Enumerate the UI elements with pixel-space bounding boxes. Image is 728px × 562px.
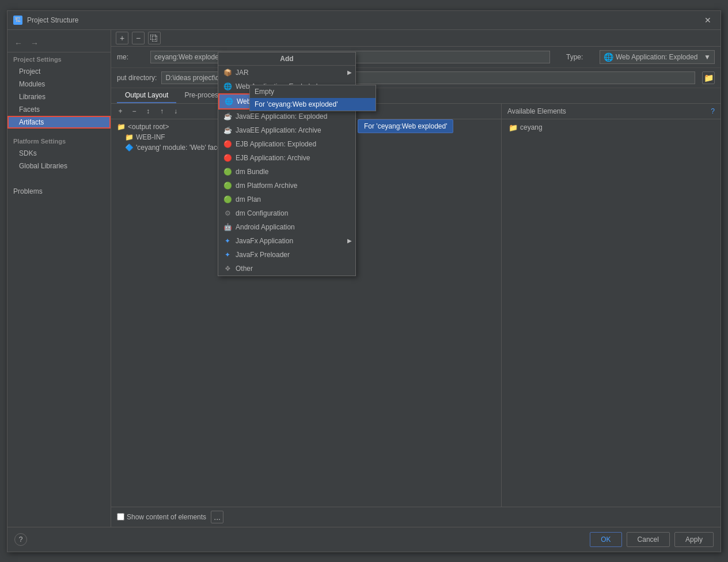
sidebar-item-facets[interactable]: Facets <box>7 103 111 116</box>
show-content-checkbox[interactable] <box>117 513 124 520</box>
menu-item-label: Android Application <box>236 223 295 231</box>
menu-item-javaee-archive[interactable]: ☕ JavaEE Application: Archive <box>218 123 355 137</box>
menu-item-label: JavaEE Application: Exploded <box>236 112 327 120</box>
javafx-icon: ✦ <box>223 236 232 246</box>
available-elements-tree: 📁 ceyang <box>502 119 721 507</box>
menu-item-javafx-app[interactable]: ✦ JavaFx Application ▶ <box>218 234 355 248</box>
folder-icon: 📁 <box>509 123 518 132</box>
help-button[interactable]: ? <box>14 533 27 546</box>
menu-item-android[interactable]: 🤖 Android Application <box>218 220 355 234</box>
menu-item-web-archive[interactable]: 🌐 Web Application: Archive ▶ <box>218 93 355 110</box>
ok-button[interactable]: OK <box>590 532 621 547</box>
menu-item-javafx-preloader[interactable]: ✦ JavaFx Preloader <box>218 248 355 262</box>
menu-item-label: Other <box>236 265 253 273</box>
android-icon: 🤖 <box>223 222 232 232</box>
sidebar-item-sdks[interactable]: SDKs <box>7 147 111 160</box>
panel-up-button[interactable]: ↑ <box>156 105 168 117</box>
project-structure-dialog: 🏗 Project Structure ✕ ← → Project Settin… <box>7 10 721 552</box>
right-panel-header: Available Elements ? <box>502 104 721 119</box>
available-item-label: ceyang <box>520 123 543 131</box>
dm-icon: 🟢 <box>223 181 232 190</box>
available-elements-title: Available Elements <box>507 107 566 115</box>
sidebar-item-project[interactable]: Project <box>7 65 111 78</box>
menu-item-javaee-exploded[interactable]: ☕ JavaEE Application: Exploded <box>218 110 355 123</box>
resource-icon: 🔷 <box>125 144 134 152</box>
available-help-button[interactable]: ? <box>711 107 715 115</box>
browse-output-button[interactable]: 📁 <box>702 71 715 84</box>
panel-add-button[interactable]: + <box>115 105 126 117</box>
menu-item-label: JavaEE Application: Archive <box>236 126 321 134</box>
panel-remove-button[interactable]: − <box>128 105 140 117</box>
config-icon: ⚙ <box>223 209 232 218</box>
available-item-ceyang[interactable]: 📁 ceyang <box>504 122 718 134</box>
folder-icon: 📁 <box>125 133 134 141</box>
folder-icon: 📁 <box>117 123 126 131</box>
tab-output-layout[interactable]: Output Layout <box>117 88 176 103</box>
menu-item-dm-configuration[interactable]: ⚙ dm Configuration <box>218 206 355 220</box>
nav-forward-button[interactable]: → <box>28 37 41 50</box>
web-icon: 🌐 <box>224 97 233 106</box>
add-dropdown: Add 📦 JAR ▶ 🌐 Web Application: Exploded <box>218 52 356 276</box>
other-icon: ❖ <box>223 264 232 273</box>
javaee-icon: ☕ <box>223 126 232 135</box>
menu-item-label: Web Application: Archive <box>237 97 313 105</box>
menu-item-label: JavaFx Application <box>236 237 293 245</box>
cancel-button[interactable]: Cancel <box>627 532 670 547</box>
dialog-body: ← → Project Settings Project Modules Lib… <box>7 30 721 527</box>
nav-back-button[interactable]: ← <box>12 37 25 50</box>
submenu-arrow-icon: ▶ <box>347 69 352 76</box>
menu-item-label: EJB Application: Archive <box>236 154 310 162</box>
menu-item-label: dm Bundle <box>236 168 268 176</box>
menu-item-label: JavaFx Preloader <box>236 251 290 259</box>
web-icon: 🌐 <box>223 82 232 91</box>
sidebar-item-libraries[interactable]: Libraries <box>7 90 111 103</box>
sidebar-item-modules[interactable]: Modules <box>7 78 111 90</box>
menu-item-web-exploded[interactable]: 🌐 Web Application: Exploded <box>218 80 355 93</box>
type-dropdown[interactable]: 🌐 Web Application: Exploded ▼ <box>600 50 715 64</box>
add-button[interactable]: + <box>116 32 128 44</box>
type-label: Type: <box>566 53 595 61</box>
copy-button[interactable]: ⿻ <box>148 32 161 44</box>
menu-item-dm-platform-archive[interactable]: 🟢 dm Platform Archive <box>218 179 355 193</box>
panel-sort-button[interactable]: ↕ <box>142 105 154 117</box>
menu-item-label: dm Plan <box>236 195 261 203</box>
dialog-footer: ? OK Cancel Apply <box>7 527 721 552</box>
name-label: me: <box>117 53 146 61</box>
footer-buttons: OK Cancel Apply <box>590 532 714 547</box>
right-panel: Available Elements ? 📁 ceyang <box>502 104 721 507</box>
jar-icon: 📦 <box>223 68 232 77</box>
menu-item-ejb-archive[interactable]: 🔴 EJB Application: Archive <box>218 151 355 165</box>
menu-item-label: Web Application: Exploded <box>236 82 318 90</box>
remove-button[interactable]: − <box>132 32 145 44</box>
submenu-arrow-icon: ▶ <box>347 237 352 244</box>
menu-item-jar[interactable]: 📦 JAR ▶ <box>218 66 355 80</box>
dm-icon: 🟢 <box>223 167 232 176</box>
apply-button[interactable]: Apply <box>674 532 714 547</box>
menu-item-label: JAR <box>236 69 249 77</box>
sidebar-item-global-libraries[interactable]: Global Libraries <box>7 160 111 172</box>
show-content-checkbox-label[interactable]: Show content of elements <box>117 513 206 521</box>
main-toolbar: + − ⿻ <box>111 30 721 47</box>
menu-item-other[interactable]: ❖ Other <box>218 262 355 276</box>
submenu-arrow-icon: ▶ <box>346 98 351 104</box>
javaee-icon: ☕ <box>223 112 232 121</box>
dots-button[interactable]: ... <box>211 511 223 523</box>
name-row: me: Type: 🌐 Web Application: Exploded ▼ <box>111 47 721 68</box>
panel-down-button[interactable]: ↓ <box>170 105 181 117</box>
menu-item-dm-plan[interactable]: 🟢 dm Plan <box>218 193 355 206</box>
ejb-icon: 🔴 <box>223 153 232 163</box>
dropdown-arrow-icon: ▼ <box>704 53 711 61</box>
tree-item-label: WEB-INF <box>136 133 165 141</box>
project-settings-section: Project Settings <box>7 52 111 65</box>
menu-item-label: dm Configuration <box>236 209 288 217</box>
main-content: + − ⿻ me: Type: 🌐 Web Application: Explo… <box>111 30 721 527</box>
javafx-icon: ✦ <box>223 250 232 259</box>
dialog-icon: 🏗 <box>13 16 22 25</box>
close-button[interactable]: ✕ <box>701 14 715 26</box>
platform-settings-section: Platform Settings <box>7 134 111 147</box>
dm-icon: 🟢 <box>223 195 232 204</box>
menu-item-dm-bundle[interactable]: 🟢 dm Bundle <box>218 165 355 179</box>
sidebar-item-artifacts[interactable]: Artifacts <box>7 116 111 129</box>
menu-item-ejb-exploded[interactable]: 🔴 EJB Application: Exploded <box>218 137 355 151</box>
sidebar-item-problems[interactable]: Problems <box>7 184 111 199</box>
